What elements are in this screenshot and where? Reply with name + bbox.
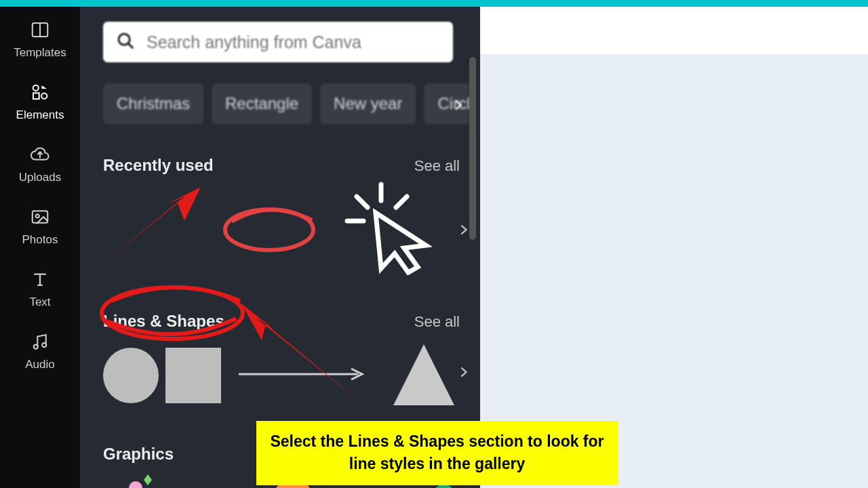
element-circle-shape[interactable] (103, 348, 159, 403)
sidebar-item-label: Elements (16, 108, 64, 122)
recent-items-row (103, 183, 510, 264)
search-icon (115, 30, 146, 54)
svg-point-8 (42, 343, 46, 347)
photos-icon (28, 206, 52, 228)
element-red-arrow[interactable] (103, 183, 205, 267)
lines-shapes-row (103, 342, 510, 409)
element-red-circle-scribble[interactable] (218, 198, 320, 262)
svg-point-7 (34, 344, 38, 348)
svg-point-2 (33, 85, 39, 91)
element-cursor-click[interactable] (334, 180, 442, 278)
element-triangle-shape[interactable] (393, 344, 454, 405)
sidebar-item-uploads[interactable]: Uploads (0, 131, 80, 194)
sidebar-item-label: Text (29, 296, 50, 309)
svg-rect-3 (33, 93, 39, 99)
text-icon (28, 268, 52, 290)
section-header-recent[interactable]: Recently used (103, 156, 214, 175)
element-graphic-sparkle[interactable] (121, 473, 164, 488)
top-accent-bar (0, 0, 868, 7)
sidebar-item-photos[interactable]: Photos (0, 194, 80, 256)
sidebar-item-label: Templates (14, 46, 66, 60)
lines-scroll-right-icon[interactable] (456, 361, 471, 386)
chip-scroll-right-icon[interactable] (450, 94, 465, 119)
element-line-arrow[interactable] (237, 367, 366, 384)
search-chip-row[interactable]: Christmas Rectangle New year Circle (103, 81, 469, 126)
chip-rectangle[interactable]: Rectangle (212, 83, 312, 124)
svg-point-4 (41, 94, 47, 99)
chip-new-year[interactable]: New year (320, 83, 416, 124)
elements-icon (28, 81, 52, 103)
sidebar-item-audio[interactable]: Audio (0, 319, 80, 381)
section-header-graphics[interactable]: Graphics (103, 445, 174, 464)
see-all-lines-shapes[interactable]: See all (414, 313, 460, 331)
uploads-icon (28, 144, 52, 165)
svg-point-6 (36, 214, 39, 218)
sidebar-item-label: Photos (22, 233, 58, 247)
sidebar-rail: Templates Elements Uploads Photos Text A… (0, 7, 80, 488)
search-input[interactable] (146, 33, 441, 52)
see-all-recent[interactable]: See all (414, 157, 460, 175)
elements-panel: Christmas Rectangle New year Circle Rece… (80, 7, 480, 488)
sidebar-item-templates[interactable]: Templates (0, 7, 80, 69)
svg-line-14 (357, 197, 368, 207)
annotation-callout: Select the Lines & Shapes section to loo… (256, 421, 618, 485)
svg-line-15 (396, 197, 407, 207)
panel-scrollbar[interactable] (469, 57, 476, 240)
element-square-shape[interactable] (165, 348, 221, 403)
editor-toolbar-area (480, 7, 868, 54)
templates-icon (28, 19, 52, 41)
sidebar-item-label: Audio (25, 358, 54, 371)
sidebar-item-elements[interactable]: Elements (0, 69, 80, 131)
search-input-container[interactable] (103, 22, 453, 62)
chip-christmas[interactable]: Christmas (103, 83, 203, 124)
svg-point-9 (119, 34, 130, 45)
sidebar-item-text[interactable]: Text (0, 256, 80, 319)
audio-icon (28, 331, 52, 352)
sidebar-item-label: Uploads (19, 171, 61, 184)
recent-scroll-right-icon[interactable] (456, 218, 471, 244)
section-header-lines-shapes[interactable]: Lines & Shapes (103, 312, 224, 331)
svg-point-17 (129, 481, 142, 488)
svg-line-10 (128, 43, 133, 48)
